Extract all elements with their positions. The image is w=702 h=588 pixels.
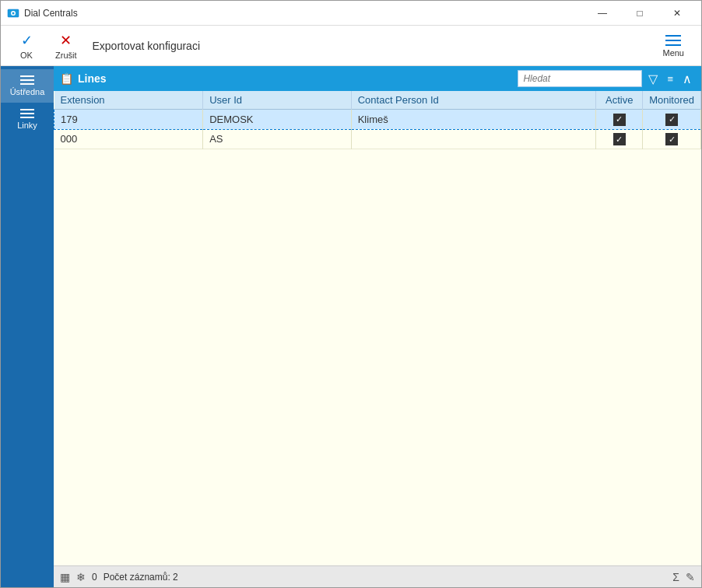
list-view-button[interactable]: ≡: [664, 72, 676, 86]
table-wrapper: Extension User Id Contact Person Id Acti…: [54, 91, 701, 565]
app-window: Dial Centrals — □ ✕ ✓ OK ✕ Zrušit Export…: [0, 0, 702, 588]
panel-title: 📋 Lines: [60, 72, 513, 85]
menu-button[interactable]: Menu: [651, 31, 695, 61]
collapse-icon: ∧: [683, 72, 692, 86]
list-icon: ≡: [667, 73, 673, 85]
lines-table: Extension User Id Contact Person Id Acti…: [54, 91, 701, 149]
title-bar: Dial Centrals — □ ✕: [1, 1, 701, 26]
status-table-icon: ▦: [60, 571, 70, 583]
menu-label: Menu: [662, 48, 684, 58]
edit-icon[interactable]: ✎: [686, 571, 695, 583]
col-active: Active: [596, 91, 643, 110]
menu-icon-line3: [665, 44, 681, 46]
panel-header-actions: ▽ ≡ ∧: [518, 70, 695, 88]
cell-contact-person-id: [351, 129, 596, 149]
record-count-label: Počet záznamů: 2: [104, 572, 667, 583]
linky-icon: [20, 109, 34, 118]
status-snowflake-icon: ❄: [76, 571, 86, 583]
linky-label: Linky: [17, 121, 37, 130]
active-checkbox[interactable]: ✓: [613, 114, 626, 126]
ok-label: OK: [20, 51, 33, 60]
ok-icon: ✓: [21, 32, 33, 49]
status-bar-right: Σ ✎: [672, 571, 695, 583]
table-row[interactable]: 179 DEMOSK Klimeš ✓ ✓: [54, 110, 701, 130]
cell-contact-person-id: Klimeš: [351, 110, 596, 130]
title-bar-controls: — □ ✕: [584, 1, 695, 26]
monitored-checkbox[interactable]: ✓: [665, 114, 678, 126]
menu-icon-line2: [665, 40, 681, 41]
minimize-button[interactable]: —: [584, 1, 620, 26]
app-icon: [7, 7, 19, 19]
menu-icon-line1: [665, 35, 681, 37]
col-extension: Extension: [54, 91, 203, 110]
cell-userid: AS: [203, 129, 352, 149]
cell-userid: DEMOSK: [203, 110, 352, 130]
cell-monitored: ✓: [643, 110, 701, 130]
cell-extension: 179: [54, 110, 203, 130]
svg-point-2: [12, 12, 15, 14]
status-bar: ▦ ❄ 0 Počet záznamů: 2 Σ ✎: [54, 565, 701, 587]
table-header-row: Extension User Id Contact Person Id Acti…: [54, 91, 701, 110]
cell-monitored: ✓: [643, 129, 701, 149]
cell-extension: 000: [54, 129, 203, 149]
search-input[interactable]: [518, 70, 642, 87]
filter-icon: ▽: [648, 72, 658, 86]
col-contact-person-id: Contact Person Id: [351, 91, 596, 110]
toolbar: ✓ OK ✕ Zrušit Exportovat konfiguraci Men…: [1, 26, 701, 66]
active-checkbox[interactable]: ✓: [613, 133, 626, 145]
cell-active: ✓: [596, 129, 643, 149]
cancel-icon: ✕: [60, 32, 72, 49]
table-row[interactable]: 000 AS ✓ ✓: [54, 129, 701, 149]
close-button[interactable]: ✕: [659, 1, 695, 26]
title-bar-text: Dial Centrals: [24, 8, 584, 19]
ustredna-label: Ústředna: [10, 87, 45, 96]
cancel-label: Zrušit: [55, 51, 77, 60]
col-userid: User Id: [203, 91, 352, 110]
toolbar-title: Exportovat konfiguraci: [93, 40, 652, 52]
table-body: 179 DEMOSK Klimeš ✓ ✓ 000: [54, 110, 701, 149]
main-layout: Ústředna Linky 📋 Lines: [1, 66, 701, 587]
content-area: 📋 Lines ▽ ≡ ∧: [54, 66, 701, 587]
filter-button[interactable]: ▽: [645, 70, 661, 88]
sidebar-item-ustredna[interactable]: Ústředna: [1, 69, 54, 103]
ustredna-icon: [20, 75, 34, 85]
col-monitored: Monitored: [643, 91, 701, 110]
cancel-button[interactable]: ✕ Zrušit: [46, 29, 86, 63]
maximize-button[interactable]: □: [622, 1, 658, 26]
sidebar: Ústředna Linky: [1, 66, 54, 587]
collapse-button[interactable]: ∧: [679, 70, 695, 88]
ok-button[interactable]: ✓ OK: [7, 29, 46, 63]
snowflake-count: 0: [92, 572, 97, 583]
sigma-icon[interactable]: Σ: [672, 571, 679, 583]
sidebar-item-linky[interactable]: Linky: [1, 103, 54, 136]
panel-header: 📋 Lines ▽ ≡ ∧: [54, 66, 701, 91]
cell-active: ✓: [596, 110, 643, 130]
monitored-checkbox[interactable]: ✓: [665, 133, 678, 145]
panel-icon: 📋: [60, 72, 73, 85]
